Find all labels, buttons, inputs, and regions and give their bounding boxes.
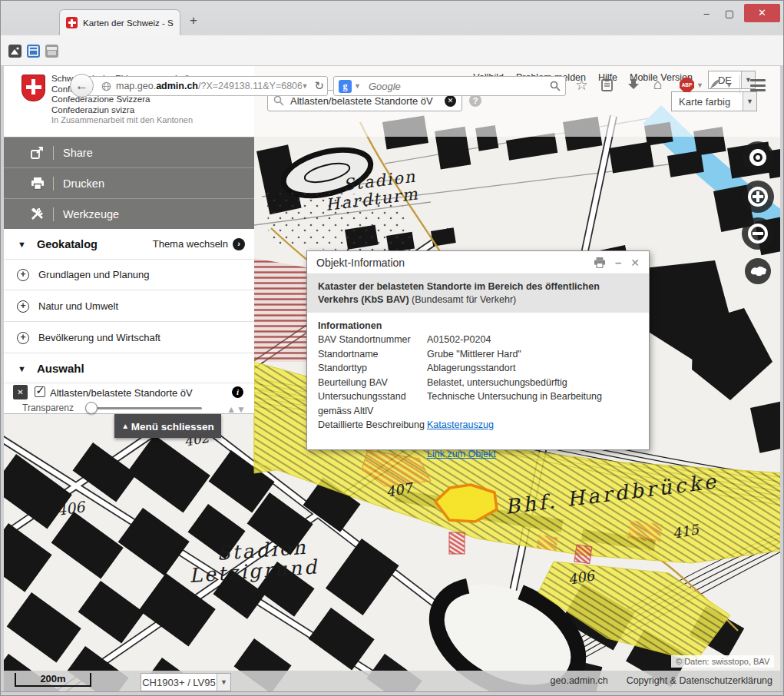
chevron-down-icon: ▼: [18, 364, 26, 373]
info-row: Standortname Grube "Mittlerer Hard": [318, 347, 638, 362]
zoom-out-button[interactable]: [742, 217, 774, 250]
layer-reorder-arrows[interactable]: ▲▼: [227, 404, 246, 415]
info-label: BAV Standortnummer: [318, 333, 427, 347]
window-panel-icon[interactable]: [27, 45, 40, 58]
werkzeuge-label: Werkzeuge: [53, 207, 119, 221]
chevron-up-icon: ▲: [121, 422, 131, 430]
clear-search-icon[interactable]: ✕: [445, 95, 456, 107]
copyright-link[interactable]: Copyright & Datenschutzerklärung: [627, 675, 772, 686]
close-popup-icon[interactable]: ✕: [630, 257, 640, 269]
info-label: Untersuchungsstand gemäss AltlV: [318, 389, 427, 418]
adblock-dropdown-icon[interactable]: ▼: [696, 81, 703, 89]
minus-icon: [753, 232, 763, 235]
drucken-label: Drucken: [53, 177, 104, 191]
logo-line: Confederazione Svizzera: [51, 94, 190, 105]
projection-value: CH1903+ / LV95: [141, 677, 217, 688]
geolocate-button[interactable]: [742, 141, 774, 174]
downloads-icon[interactable]: [627, 78, 640, 91]
cooperation-note: In Zusammenarbeit mit den Kantonen: [51, 115, 193, 124]
search-go-icon[interactable]: [550, 81, 561, 91]
browser-search-input[interactable]: [367, 80, 550, 93]
catalog-item-bevoelkerung[interactable]: + Bevölkerung und Wirtschaft: [1, 323, 254, 353]
search-input[interactable]: [289, 94, 440, 108]
search-engine-dropdown-icon[interactable]: ▼: [354, 82, 361, 90]
tab-title: Karten der Schweiz - Schweize...: [83, 18, 174, 28]
clipboard-icon[interactable]: [601, 78, 613, 91]
logo-line: Confederaziun svizra: [51, 105, 190, 116]
archive-box-icon[interactable]: [45, 45, 58, 58]
projection-select[interactable]: CH1903+ / LV95 ▼: [141, 673, 231, 691]
info-value: Grube "Mittlerer Hard": [427, 347, 638, 362]
popup-header[interactable]: Objekt-Information – ✕: [307, 251, 649, 274]
browser-chrome: Karten der Schweiz - Schweize... + – ▢ ✕…: [1, 1, 784, 66]
url-dropdown-icon[interactable]: ▼: [302, 82, 309, 90]
switzerland-icon: [745, 258, 771, 284]
catalog-item-natur[interactable]: + Natur und Umwelt: [1, 291, 254, 322]
katasterauszug-link[interactable]: Katasterauszug: [427, 419, 494, 430]
scale-bar: 200m: [15, 673, 91, 687]
tools-icon: [30, 208, 45, 220]
info-row: Untersuchungsstand gemäss AltlV Technisc…: [318, 389, 638, 418]
close-menu-button[interactable]: ▲ Menü schliessen: [114, 414, 221, 438]
info-value: A01502-P0204: [427, 333, 638, 347]
geokatalog-header[interactable]: ▼ Geokatalog Thema wechseln ›: [1, 229, 254, 260]
default-extent-button[interactable]: [745, 258, 771, 284]
help-icon[interactable]: ?: [469, 94, 481, 107]
map-style-value: Karte farbig: [672, 96, 743, 108]
menu-hamburger-icon[interactable]: [750, 79, 766, 91]
zoom-in-button[interactable]: [742, 181, 774, 213]
browser-tab[interactable]: Karten der Schweiz - Schweize...: [59, 9, 180, 35]
google-icon[interactable]: g: [339, 80, 352, 93]
layer-row: ✕ Altlasten/belastete Standorte öV i: [1, 383, 254, 402]
expand-plus-icon[interactable]: +: [17, 300, 29, 313]
print-icon[interactable]: [594, 257, 606, 268]
swiss-coat-of-arms: [22, 75, 45, 101]
url-domain: admin.ch: [156, 81, 198, 91]
quill-icon[interactable]: [709, 78, 722, 91]
transparency-slider[interactable]: [87, 407, 202, 409]
chevron-down-icon: ▼: [18, 240, 26, 249]
theme-switch-link[interactable]: Thema wechseln: [153, 238, 228, 250]
popup-body: Informationen BAV Standortnummer A01502-…: [307, 313, 649, 469]
back-button[interactable]: ←: [70, 74, 94, 98]
toolbar-dropdown-icon[interactable]: ▼: [726, 81, 733, 89]
expand-plus-icon[interactable]: +: [17, 269, 29, 281]
minimize-window-button[interactable]: –: [695, 8, 718, 19]
minimize-popup-icon[interactable]: –: [615, 259, 621, 267]
expand-plus-icon[interactable]: +: [17, 332, 29, 344]
catalog-item-label: Bevölkerung und Wirtschaft: [38, 332, 160, 343]
sidebar-item-werkzeuge[interactable]: Werkzeuge: [1, 198, 254, 229]
bookmark-star-icon[interactable]: ☆: [575, 78, 588, 92]
auswahl-header[interactable]: ▼ Auswahl: [1, 354, 254, 383]
transparency-row: Transparenz ▲▼: [1, 403, 254, 414]
navigation-toolbar: ← map.geo.admin.ch/?X=249138.11&Y=680698…: [1, 35, 784, 66]
info-row: Link zum Objekt: [318, 447, 638, 462]
catalog-item-label: Grundlagen und Planung: [38, 269, 150, 280]
remove-layer-button[interactable]: ✕: [13, 385, 28, 399]
layer-checkbox[interactable]: [35, 386, 45, 397]
map-footer-bar: 200m CH1903+ / LV95 ▼ geo.admin.ch Copyr…: [1, 671, 784, 691]
slider-knob[interactable]: [85, 402, 98, 414]
browser-window: Stadion Hardturm Bhf. Hardbrücke Stadion…: [0, 0, 784, 696]
reload-icon[interactable]: ↻: [314, 79, 324, 93]
catalog-item-grundlagen[interactable]: + Grundlagen und Planung: [1, 260, 254, 290]
url-bar[interactable]: map.geo.admin.ch/?X=249138.11&Y=680698.2…: [82, 76, 328, 96]
object-link[interactable]: Link zum Objekt: [427, 449, 496, 459]
toolbar-divider: [739, 75, 740, 94]
maximize-window-button[interactable]: ▢: [718, 8, 741, 19]
close-window-button[interactable]: ✕: [744, 4, 780, 22]
thumbnail-icon[interactable]: [8, 45, 22, 58]
home-icon[interactable]: ⌂: [653, 77, 662, 91]
sidebar-item-drucken[interactable]: Drucken: [1, 167, 254, 198]
share-icon: [30, 147, 45, 159]
new-tab-button[interactable]: +: [190, 14, 197, 27]
layer-source-office: (Bundesamt für Verkehr): [412, 294, 516, 305]
layer-info-icon[interactable]: i: [232, 386, 243, 398]
arrow-right-icon[interactable]: ›: [233, 238, 245, 250]
map-style-select[interactable]: Karte farbig ▼: [671, 91, 757, 111]
geokatalog-title: Geokatalog: [37, 238, 98, 250]
info-label: Standortname: [318, 347, 427, 362]
informationen-heading: Informationen: [318, 320, 638, 331]
site-link[interactable]: geo.admin.ch: [551, 675, 608, 686]
sidebar-item-share[interactable]: Share: [1, 137, 254, 167]
